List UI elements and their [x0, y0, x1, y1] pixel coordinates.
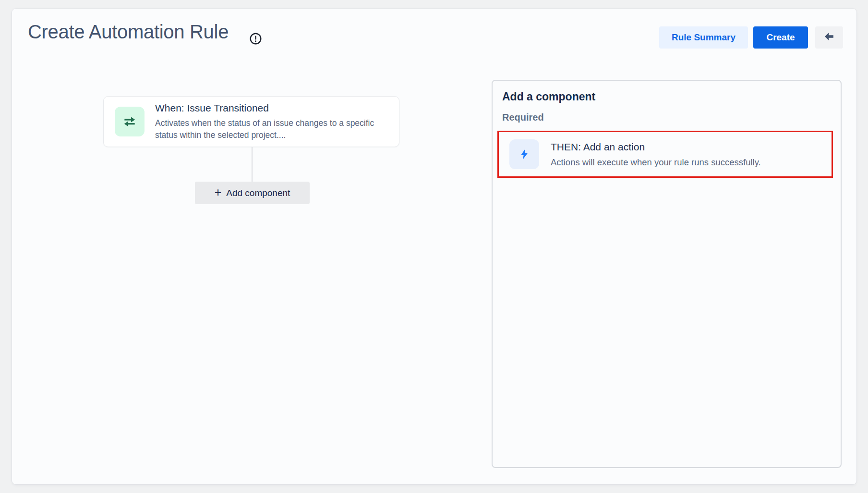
add-component-button[interactable]: + Add component [195, 182, 310, 204]
trigger-card-issue-transitioned[interactable]: When: Issue Transitioned Activates when … [103, 96, 399, 147]
back-button[interactable] [815, 26, 843, 49]
header-actions: Rule Summary Create [12, 26, 856, 49]
required-section-label: Required [502, 112, 836, 123]
trigger-card-text: When: Issue Transitioned Activates when … [155, 102, 388, 141]
connector-line [252, 147, 253, 182]
component-item-description: Actions will execute when your rule runs… [551, 157, 761, 168]
component-item-text: THEN: Add an action Actions will execute… [551, 141, 761, 168]
swap-arrows-icon [115, 107, 145, 136]
trigger-card-title: When: Issue Transitioned [155, 102, 388, 114]
create-button[interactable]: Create [753, 26, 808, 49]
component-item-then-add-action[interactable]: THEN: Add an action Actions will execute… [497, 131, 833, 178]
arrow-left-icon [823, 30, 835, 45]
add-component-label: Add component [226, 188, 290, 198]
rule-summary-button[interactable]: Rule Summary [659, 26, 748, 49]
component-item-title: THEN: Add an action [551, 141, 761, 153]
trigger-card-description: Activates when the status of an issue ch… [155, 117, 388, 141]
automation-rule-page: Create Automation Rule Rule Summary Crea… [12, 9, 856, 484]
add-component-panel: Add a component Required THEN: Add an ac… [492, 80, 842, 468]
panel-title: Add a component [502, 90, 836, 103]
lightning-bolt-icon [509, 139, 539, 169]
plus-icon: + [215, 186, 222, 198]
